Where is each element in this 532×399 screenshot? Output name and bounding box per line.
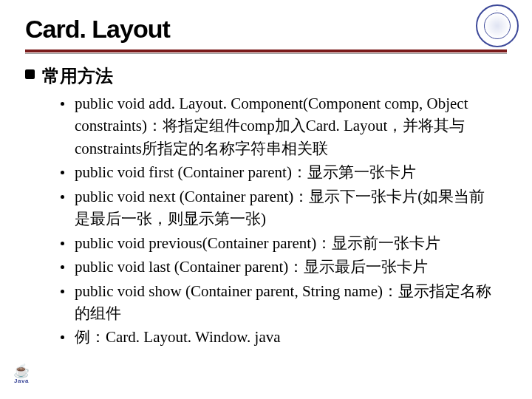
slide: · Card. Layout 常用方法 public void add. Lay…	[0, 0, 532, 399]
item-text: public void last (Container parent)：显示最后…	[75, 256, 428, 278]
list-item: public void first (Container parent)：显示第…	[61, 161, 499, 183]
list-item: public void next (Container parent)：显示下一…	[61, 185, 499, 231]
item-text: public void previous(Container parent)：显…	[75, 232, 440, 254]
list-item: public void previous(Container parent)：显…	[61, 232, 499, 254]
bullet-icon	[61, 102, 64, 106]
section-label: 常用方法	[42, 64, 113, 88]
bullet-icon	[61, 265, 64, 269]
bullet-icon	[61, 242, 64, 245]
university-seal-logo: ·	[476, 4, 519, 47]
item-text: public void first (Container parent)：显示第…	[75, 161, 416, 183]
java-logo: ☕ Java	[10, 364, 33, 384]
bullet-icon	[61, 335, 64, 339]
item-text: public void add. Layout. Component(Compo…	[75, 92, 499, 160]
bullet-icon	[61, 171, 64, 174]
bullet-icon	[61, 290, 64, 293]
list-item: public void show (Container parent, Stri…	[61, 280, 499, 325]
slide-title: Card. Layout	[25, 15, 507, 44]
bullet-icon	[61, 195, 64, 199]
square-bullet-icon	[25, 69, 35, 79]
method-list: public void add. Layout. Component(Compo…	[25, 92, 507, 349]
java-wordmark: Java	[10, 378, 33, 384]
item-text: public void show (Container parent, Stri…	[75, 280, 499, 325]
list-item: 例：Card. Layout. Window. java	[61, 326, 499, 348]
list-item: public void last (Container parent)：显示最后…	[61, 256, 499, 278]
seal-text: ·	[477, 9, 517, 13]
java-cup-icon: ☕	[10, 364, 33, 378]
list-item: public void add. Layout. Component(Compo…	[61, 92, 499, 160]
item-text: 例：Card. Layout. Window. java	[75, 326, 281, 348]
item-text: public void next (Container parent)：显示下一…	[75, 185, 499, 231]
title-underline	[25, 50, 507, 54]
section-header: 常用方法	[25, 64, 507, 88]
